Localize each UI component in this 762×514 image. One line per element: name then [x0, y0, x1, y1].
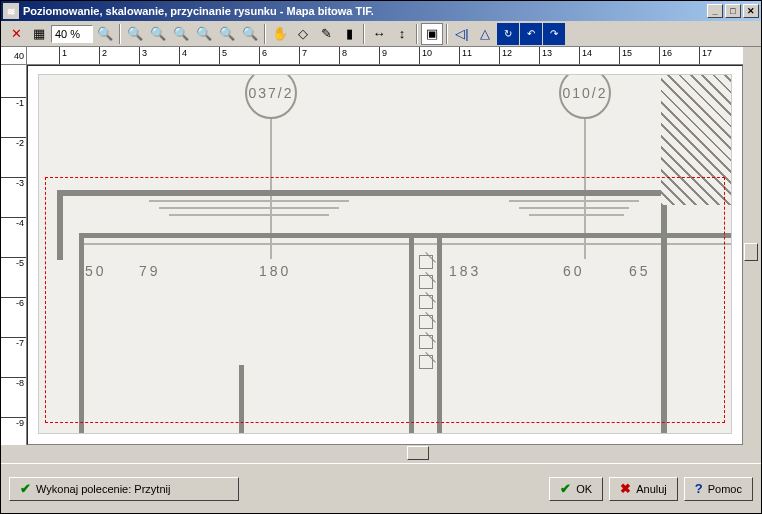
align-v-icon[interactable]: ↕	[391, 23, 413, 45]
execute-label: Wykonaj polecenie: Przytnij	[36, 483, 170, 495]
align-h-icon[interactable]: ↔	[368, 23, 390, 45]
rotate-90-icon[interactable]: ↻	[497, 23, 519, 45]
toolbar-close-icon[interactable]: ✕	[5, 23, 27, 45]
eraser-icon[interactable]: ◇	[292, 23, 314, 45]
titlebar: ≋ Poziomowanie, skalowanie, przycinanie …	[1, 1, 761, 21]
rotate-left-icon[interactable]: ↶	[520, 23, 542, 45]
zoom-in-icon[interactable]: 🔍	[94, 23, 116, 45]
dim-65: 65	[629, 263, 651, 279]
bottom-panel: ✔ Wykonaj polecenie: Przytnij ✔ OK ✖ Anu…	[1, 463, 761, 513]
flip-v-icon[interactable]: △	[474, 23, 496, 45]
check-icon: ✔	[20, 481, 31, 496]
ok-button[interactable]: ✔ OK	[549, 477, 603, 501]
zoom-tool-5[interactable]: 🔍	[216, 23, 238, 45]
scrollbar-horizontal[interactable]	[27, 445, 743, 463]
ruler-corner: 40	[1, 47, 27, 65]
rotate-right-icon[interactable]: ↷	[543, 23, 565, 45]
grid-icon[interactable]: ▦	[28, 23, 50, 45]
question-icon: ?	[695, 481, 703, 496]
drawing-viewport[interactable]: 037/2 010/2	[27, 65, 743, 445]
drawing-canvas: 037/2 010/2	[38, 74, 732, 434]
cancel-label: Anuluj	[636, 483, 667, 495]
zoom-tool-4[interactable]: 🔍	[193, 23, 215, 45]
cancel-button[interactable]: ✖ Anuluj	[609, 477, 678, 501]
zoom-input[interactable]: 40 %	[51, 25, 93, 43]
check-icon: ✔	[560, 481, 571, 496]
marker-icon[interactable]: ▮	[338, 23, 360, 45]
dim-183: 183	[449, 263, 481, 279]
window-title: Poziomowanie, skalowanie, przycinanie ry…	[23, 5, 707, 17]
toolbar: ✕ ▦ 40 % 🔍 🔍 🔍 🔍 🔍 🔍 🔍 ✋ ◇ ✎ ▮ ↔ ↕ ▣ ◁| …	[1, 21, 761, 47]
zoom-tool-1[interactable]: 🔍	[124, 23, 146, 45]
close-button[interactable]: ✕	[743, 4, 759, 18]
app-icon: ≋	[3, 3, 19, 19]
zoom-tool-6[interactable]: 🔍	[239, 23, 261, 45]
zoom-tool-2[interactable]: 🔍	[147, 23, 169, 45]
help-label: Pomoc	[708, 483, 742, 495]
dim-60: 60	[563, 263, 585, 279]
maximize-button[interactable]: □	[725, 4, 741, 18]
x-icon: ✖	[620, 481, 631, 496]
room-label-left: 037/2	[245, 74, 297, 119]
canvas-area: 40 1 2 3 4 5 6 7 8 9 10 11 12 13 14 15 1…	[1, 47, 761, 463]
scrollbar-vertical[interactable]	[743, 65, 761, 445]
flip-h-icon[interactable]: ◁|	[451, 23, 473, 45]
help-button[interactable]: ? Pomoc	[684, 477, 753, 501]
execute-button[interactable]: ✔ Wykonaj polecenie: Przytnij	[9, 477, 239, 501]
crop-icon[interactable]: ▣	[421, 23, 443, 45]
zoom-tool-3[interactable]: 🔍	[170, 23, 192, 45]
minimize-button[interactable]: _	[707, 4, 723, 18]
ruler-vertical: -1 -2 -3 -4 -5 -6 -7 -8 -9	[1, 65, 27, 445]
dim-79: 79	[139, 263, 161, 279]
ruler-horizontal: 1 2 3 4 5 6 7 8 9 10 11 12 13 14 15 16 1…	[27, 47, 743, 65]
room-label-right: 010/2	[559, 74, 611, 119]
ok-label: OK	[576, 483, 592, 495]
dim-50: 50	[85, 263, 107, 279]
pencil-icon[interactable]: ✎	[315, 23, 337, 45]
hand-tool-icon[interactable]: ✋	[269, 23, 291, 45]
dim-180: 180	[259, 263, 291, 279]
